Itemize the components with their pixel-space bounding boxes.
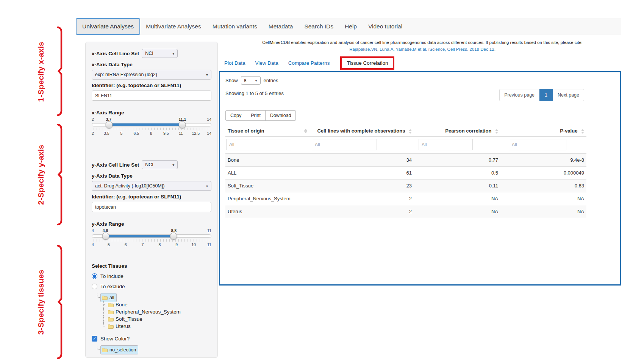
sort-icon[interactable] [581,129,584,134]
filter-cell-lines-input[interactable] [312,139,377,150]
tree-node-label: Peripheral_Nervous_System [116,309,181,315]
tree-node-peripheral-nervous-system[interactable]: Peripheral_Nervous_System [107,309,183,315]
x-data-type-select[interactable]: exp: mRNA Expression (log2) ▾ [92,70,211,80]
tree-connector [100,308,107,315]
export-button-group: Copy Print Download [225,110,295,121]
tab-help[interactable]: Help [339,18,363,35]
tab-video-tutorial[interactable]: Video tutorial [363,18,408,35]
tree-connector [100,301,107,308]
table-row[interactable]: ALL 61 0.5 0.000049 [225,167,586,179]
cell-tissue: Bone [225,154,312,167]
y-range-max: 11 [207,228,211,233]
tree-node-bone[interactable]: Bone [107,301,130,308]
y-range-tick-labels: 4 5 6 7 8 9 10 11 [92,242,211,247]
column-header-label: Tissue of origin [228,128,264,134]
tab-multivariate-analyses[interactable]: Multivariate Analyses [140,18,207,35]
x-range-tickmarks [94,128,209,130]
tab-univariate-analyses[interactable]: Univariate Analyses [76,18,140,35]
tab-mutation-variants[interactable]: Mutation variants [207,18,263,35]
sort-icon[interactable] [304,129,307,133]
table-row[interactable]: Uterus 2 NA NA [225,205,586,218]
tree-connector [100,323,107,330]
annotation-step2: 2-Specify y-axis [36,133,45,217]
y-range-track[interactable] [92,234,211,238]
x-range-track[interactable] [92,123,211,126]
tick: 8 [155,242,164,247]
tick: 4 [92,242,96,247]
table-row[interactable]: Peripheral_Nervous_System 2 NA NA [225,192,586,205]
cell-p-value: 9.4e-8 [500,154,586,167]
cell-pearson: 0.11 [414,179,500,192]
tissue-tree: all Bone Peripheral_Nervous_System [94,294,211,330]
page-number-button[interactable]: 1 [539,89,553,101]
select-tissues-title: Select Tissues [92,263,211,269]
subtab-plot-data[interactable]: Plot Data [224,60,245,66]
column-header-p-value[interactable]: P-value [500,125,586,137]
x-cell-line-set-select[interactable]: NCI ▾ [142,49,178,58]
tree-connector [94,294,100,301]
x-identifier-input[interactable] [92,90,211,101]
filter-pearson-input[interactable] [419,139,473,150]
to-exclude-label: To exclude [100,284,125,289]
next-page-button[interactable]: Next page [553,89,584,101]
cell-observations: 23 [312,179,414,192]
cell-tissue: ALL [225,167,312,179]
y-identifier-label: Identifier: (e.g. topotecan or SLFN11) [92,194,211,200]
copy-button[interactable]: Copy [225,110,246,121]
sort-icon[interactable] [495,129,498,134]
subtab-view-data[interactable]: View Data [255,60,278,66]
sort-icon[interactable] [409,129,412,134]
download-button[interactable]: Download [265,110,296,121]
tree-node-label: Uterus [116,323,131,329]
to-include-radio[interactable] [92,273,97,279]
show-color-checkbox[interactable]: ✓ [92,336,97,342]
tab-search-ids[interactable]: Search IDs [299,18,339,35]
cell-pearson: 0.5 [414,167,500,179]
table-row[interactable]: Soft_Tissue 23 0.11 0.63 [225,179,586,192]
page-size-select[interactable]: 5 ▾ [241,76,261,85]
filter-p-value-input[interactable] [509,139,566,150]
previous-page-button[interactable]: Previous page [499,89,539,101]
cell-p-value: 0.000049 [500,167,586,179]
x-range-max: 14 [207,117,211,122]
annotation-brace-3 [55,244,65,360]
tree-node-all[interactable]: all [100,293,117,302]
settings-sidebar: x-Axis Cell Line Set NCI ▾ x-Axis Data T… [85,42,218,358]
y-cell-line-set-label: y-Axis Cell Line Set [92,162,139,168]
x-range-slider[interactable]: 2 3.7 11.1 14 2 3.5 5 6.5 8 9.5 11 12.5 … [92,117,211,140]
tree-node-uterus[interactable]: Uterus [107,323,133,329]
show-color-label: Show Color? [100,336,130,342]
x-cell-line-set-value: NCI [145,51,153,56]
y-range-tickmarks [94,239,209,242]
show-label: Show [225,78,238,83]
tick: 11 [206,242,211,247]
tree-node-soft-tissue[interactable]: Soft_Tissue [107,316,144,322]
y-range-slider[interactable]: 4 4.8 8.8 11 4 5 6 7 8 9 10 11 [92,228,211,252]
to-exclude-radio[interactable] [92,284,97,289]
column-header-pearson-correlation[interactable]: Pearson correlation [414,125,500,137]
y-identifier-input[interactable] [92,202,211,212]
tree-connector [100,315,107,323]
tree-node-label: all [109,295,114,300]
table-row[interactable]: Bone 34 0.77 9.4e-8 [225,154,586,167]
tick: 3.5 [102,131,111,136]
showing-entries-text: Showing 1 to 5 of 5 entries [225,90,284,96]
tick: 5 [117,131,126,136]
column-header-cell-lines[interactable]: Cell lines with complete observations [312,125,414,137]
citation-link[interactable]: Rajapakse.VN, Luna.A, Yamade.M et al. iS… [227,47,617,51]
subtab-compare-patterns[interactable]: Compare Patterns [288,60,330,66]
print-button[interactable]: Print [246,110,266,121]
y-cell-line-set-select[interactable]: NCI ▾ [142,160,178,169]
tick: 11 [177,131,186,136]
tissue-correlation-table: Tissue of origin Cell lines with complet… [225,125,586,218]
filter-tissue-input[interactable] [226,139,291,150]
annotation-step1: 1-Specify x-axis [36,32,45,112]
y-range-label: y-Axis Range [92,221,211,227]
y-data-type-select[interactable]: act: Drug Activity (-log10[IC50M]) ▾ [92,181,211,191]
tab-metadata[interactable]: Metadata [263,18,299,35]
subtab-tissue-correlation[interactable]: Tissue Correlation [340,56,394,70]
pagination: Previous page 1 Next page [499,89,584,101]
tree-node-no-selection[interactable]: no_selection [100,345,138,354]
column-header-tissue-of-origin[interactable]: Tissue of origin [225,125,312,137]
tick: 7 [138,242,147,247]
